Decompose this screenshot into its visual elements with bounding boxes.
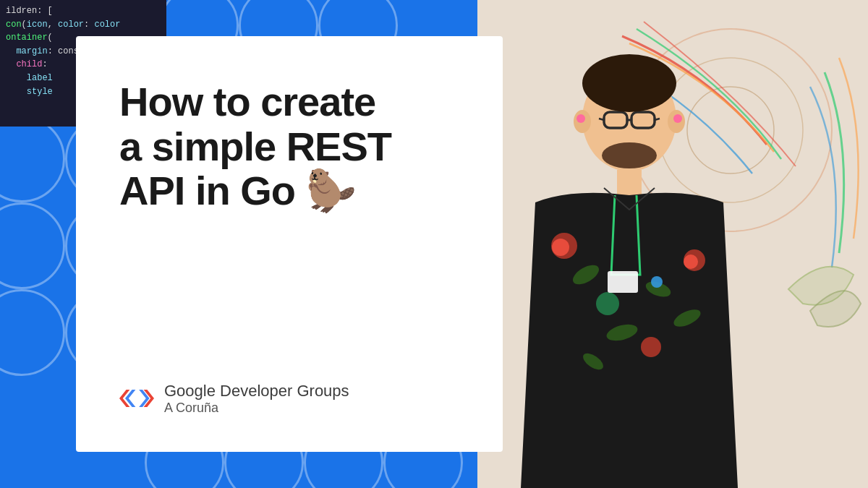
main-card: How to create a simple REST API in Go 🦫 … <box>76 36 503 452</box>
svg-rect-16 <box>617 170 642 195</box>
svg-point-29 <box>651 276 663 288</box>
gdg-group-name: Google Developer Groups <box>164 382 349 401</box>
gdg-branding: Google Developer Groups A Coruña <box>119 382 459 416</box>
presentation-title: How to create a simple REST API in Go 🦫 <box>119 80 459 213</box>
main-container: ildren: [ con(icon, color: color ontaine… <box>0 0 868 488</box>
gdg-text: Google Developer Groups A Coruña <box>164 382 349 416</box>
svg-point-10 <box>582 54 676 112</box>
svg-point-11 <box>602 142 657 168</box>
speaker-photo-area <box>477 0 868 488</box>
title-area: How to create a simple REST API in Go 🦫 <box>119 80 459 213</box>
svg-rect-28 <box>608 271 638 293</box>
mural-art <box>477 0 868 488</box>
svg-point-15 <box>673 114 682 123</box>
svg-point-22 <box>641 337 661 357</box>
svg-point-20 <box>684 254 698 269</box>
gdg-logo-icon <box>119 386 154 411</box>
svg-point-21 <box>596 292 619 315</box>
svg-point-14 <box>576 114 585 123</box>
svg-point-18 <box>552 239 569 256</box>
speaker-photo <box>477 0 868 488</box>
gdg-location: A Coruña <box>164 401 349 416</box>
